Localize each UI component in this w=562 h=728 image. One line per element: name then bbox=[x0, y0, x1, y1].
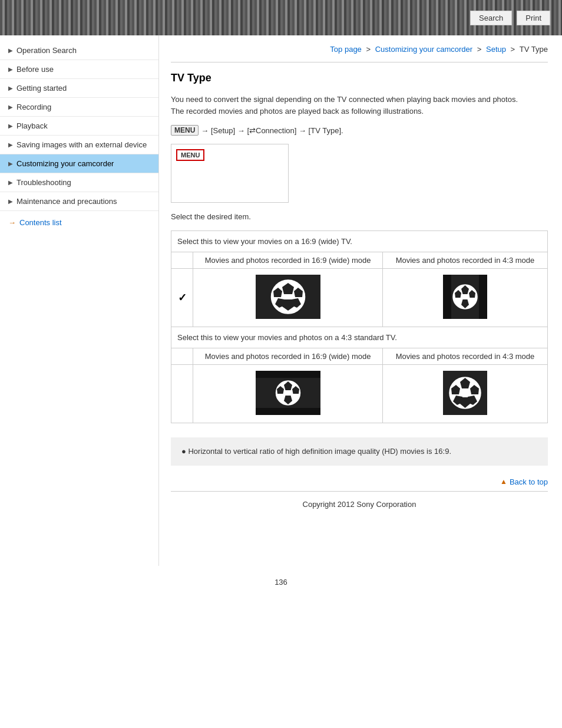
page-title: TV Type bbox=[171, 72, 548, 84]
breadcrumb: Top page > Customizing your camcorder > … bbox=[171, 45, 548, 54]
soccer-wide-svg bbox=[256, 275, 320, 319]
sidebar-item-playback[interactable]: ▶ Playback bbox=[0, 117, 158, 136]
soccer-letterbox-svg bbox=[256, 371, 320, 415]
section-divider bbox=[171, 62, 548, 62]
svg-rect-9 bbox=[443, 275, 451, 319]
sidebar-item-label: Troubleshooting bbox=[16, 178, 153, 187]
arrow-icon: ▶ bbox=[8, 47, 13, 54]
contents-list-link[interactable]: Contents list bbox=[0, 211, 158, 232]
note-item: Horizontal to vertical ratio of high def… bbox=[181, 447, 451, 456]
sidebar-item-recording[interactable]: ▶ Recording bbox=[0, 98, 158, 117]
menu-instruction: MENU → [Setup] → [⇄Connection] → [TV Typ… bbox=[171, 125, 548, 136]
arrow-icon: ▶ bbox=[8, 85, 13, 91]
standard-tv-header: Select this to view your movies and phot… bbox=[171, 327, 548, 348]
sidebar-item-label: Before use bbox=[16, 65, 153, 74]
standard-col1-header: Movies and photos recorded in 16:9 (wide… bbox=[193, 348, 383, 365]
sidebar-item-getting-started[interactable]: ▶ Getting started bbox=[0, 79, 158, 98]
contents-list-label: Contents list bbox=[19, 218, 62, 227]
sidebar-item-maintenance[interactable]: ▶ Maintenance and precautions bbox=[0, 192, 158, 211]
table-row-standard-cols: Movies and photos recorded in 16:9 (wide… bbox=[171, 348, 548, 365]
arrow-icon: ▶ bbox=[8, 66, 13, 73]
wide-checkmark-cell bbox=[171, 252, 193, 269]
back-to-top-label: Back to top bbox=[510, 477, 548, 486]
back-to-top-row: ▲ Back to top bbox=[171, 477, 548, 486]
table-row-standard-images bbox=[171, 365, 548, 423]
select-text: Select the desired item. bbox=[171, 212, 548, 221]
wide-4-3-image bbox=[382, 269, 547, 327]
arrow-icon: ▶ bbox=[8, 179, 13, 186]
soccer-pillarbox-svg bbox=[443, 275, 487, 319]
wide-16-9-image bbox=[193, 269, 383, 327]
arrow-icon: ▶ bbox=[8, 123, 13, 129]
back-to-top-link[interactable]: ▲ Back to top bbox=[500, 477, 548, 486]
arrow-icon: ▶ bbox=[8, 141, 13, 148]
breadcrumb-sep3: > bbox=[511, 45, 517, 54]
back-to-top-arrow-icon: ▲ bbox=[500, 477, 507, 486]
wide-col2-header: Movies and photos recorded in 4:3 mode bbox=[382, 252, 547, 269]
sidebar-item-label: Maintenance and precautions bbox=[16, 197, 153, 206]
copyright-text: Copyright 2012 Sony Corporation bbox=[171, 500, 548, 509]
arrow-icon: ▶ bbox=[8, 198, 13, 205]
main-layout: ▶ Operation Search ▶ Before use ▶ Gettin… bbox=[0, 35, 562, 566]
standard-16-9-image bbox=[193, 365, 383, 423]
menu-key: MENU bbox=[171, 125, 199, 136]
breadcrumb-sep1: > bbox=[366, 45, 372, 54]
tv-type-table: Select this to view your movies on a 16:… bbox=[171, 230, 548, 423]
sidebar-item-label: Customizing your camcorder bbox=[16, 159, 153, 168]
standard-check-cell bbox=[171, 348, 193, 365]
sidebar-item-saving-images[interactable]: ▶ Saving images with an external device bbox=[0, 136, 158, 154]
table-row-wide: Select this to view your movies on a 16:… bbox=[171, 231, 548, 252]
breadcrumb-customizing[interactable]: Customizing your camcorder bbox=[375, 45, 472, 54]
svg-rect-18 bbox=[256, 408, 320, 415]
intro-text: You need to convert the signal depending… bbox=[171, 94, 548, 117]
standard-col2-header: Movies and photos recorded in 4:3 mode bbox=[382, 348, 547, 365]
print-button[interactable]: Print bbox=[517, 11, 550, 25]
table-row-standard: Select this to view your movies and phot… bbox=[171, 327, 548, 348]
breadcrumb-current: TV Type bbox=[520, 45, 548, 54]
sidebar-item-operation-search[interactable]: ▶ Operation Search bbox=[0, 41, 158, 60]
notes-box: Horizontal to vertical ratio of high def… bbox=[171, 437, 548, 466]
menu-screenshot: MENU bbox=[171, 144, 289, 203]
sidebar-item-troubleshooting[interactable]: ▶ Troubleshooting bbox=[0, 173, 158, 192]
breadcrumb-sep2: > bbox=[477, 45, 484, 54]
svg-rect-17 bbox=[256, 371, 320, 378]
content-area: Top page > Customizing your camcorder > … bbox=[159, 35, 562, 566]
sidebar-item-customizing[interactable]: ▶ Customizing your camcorder bbox=[0, 154, 158, 173]
breadcrumb-setup[interactable]: Setup bbox=[486, 45, 506, 54]
footer-divider bbox=[171, 491, 548, 492]
sidebar-item-before-use[interactable]: ▶ Before use bbox=[0, 60, 158, 79]
standard-4-3-image bbox=[382, 365, 547, 423]
menu-instruction-text: → [Setup] → [⇄Connection] → [TV Type]. bbox=[201, 126, 343, 135]
wide-checkmark: ✓ bbox=[171, 269, 193, 327]
sidebar-item-label: Recording bbox=[16, 103, 153, 111]
menu-screenshot-inner: MENU bbox=[176, 149, 204, 161]
arrow-icon: ▶ bbox=[8, 104, 13, 110]
sidebar: ▶ Operation Search ▶ Before use ▶ Gettin… bbox=[0, 35, 159, 566]
wide-col1-header: Movies and photos recorded in 16:9 (wide… bbox=[193, 252, 383, 269]
wide-tv-header: Select this to view your movies on a 16:… bbox=[171, 231, 548, 252]
arrow-icon: ▶ bbox=[8, 160, 13, 167]
page-number: 136 bbox=[0, 578, 562, 598]
standard-empty-check bbox=[171, 365, 193, 423]
sidebar-item-label: Playback bbox=[16, 121, 153, 130]
table-row-wide-images: ✓ bbox=[171, 269, 548, 327]
svg-rect-10 bbox=[479, 275, 487, 319]
soccer-normal-svg bbox=[443, 371, 487, 415]
table-row-wide-cols: Movies and photos recorded in 16:9 (wide… bbox=[171, 252, 548, 269]
sidebar-item-label: Getting started bbox=[16, 84, 153, 93]
breadcrumb-top[interactable]: Top page bbox=[330, 45, 362, 54]
header: Search Print bbox=[0, 0, 562, 35]
sidebar-item-label: Operation Search bbox=[16, 46, 153, 55]
sidebar-item-label: Saving images with an external device bbox=[16, 140, 153, 149]
search-button[interactable]: Search bbox=[470, 11, 512, 25]
